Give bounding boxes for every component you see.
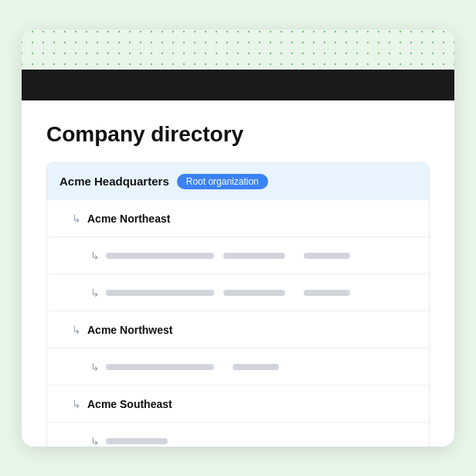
arrow-icon-skel1: ↳ [90,250,100,262]
skel-bar-4a [106,438,168,444]
skeleton-content-1 [106,253,350,259]
skel-bar-3b [233,364,279,370]
skeleton-row-4: ↳ [47,423,429,447]
root-org-name: Acme Headquarters [60,175,169,188]
arrow-icon-skel3: ↳ [90,361,100,373]
arrow-icon-northeast: ↳ [72,212,81,225]
directory-list: Acme Headquarters Root organization ↳ Ac… [46,162,430,447]
skel-bar-2b [223,290,285,296]
skeleton-row-2: ↳ [47,274,429,311]
main-card: Company directory Acme Headquarters Root… [22,29,454,447]
arrow-icon-southeast: ↳ [72,398,81,410]
org-row-northeast[interactable]: ↳ Acme Northeast [47,200,429,237]
skel-bar-3a [106,364,214,370]
org-row-northwest[interactable]: ↳ Acme Northwest [47,311,429,348]
root-badge: Root organization [177,174,268,189]
org-label-southeast: Acme Southeast [87,398,172,410]
skeleton-row-1: ↳ [47,237,429,274]
skel-bar-2a [106,290,214,296]
org-label-northeast: Acme Northeast [87,212,170,225]
arrow-icon-skel2: ↳ [90,287,100,299]
skel-bar-1b [223,253,285,259]
content-area: Company directory Acme Headquarters Root… [22,100,454,447]
arrow-icon-skel4: ↳ [90,435,100,447]
page-title: Company directory [46,122,430,147]
root-org-row: Acme Headquarters Root organization [47,163,429,200]
skel-bar-1c [304,253,350,259]
arrow-icon-northwest: ↳ [72,324,81,336]
skeleton-content-4 [106,438,168,444]
skel-bar-1a [106,253,214,259]
org-label-northwest: Acme Northwest [87,324,172,336]
org-row-southeast[interactable]: ↳ Acme Southeast [47,386,429,423]
skel-bar-2c [304,290,350,296]
dot-pattern-header [22,29,454,76]
skeleton-row-3: ↳ [47,348,429,386]
skeleton-content-2 [106,290,350,296]
skeleton-content-3 [106,364,279,370]
app-bar [22,70,454,100]
